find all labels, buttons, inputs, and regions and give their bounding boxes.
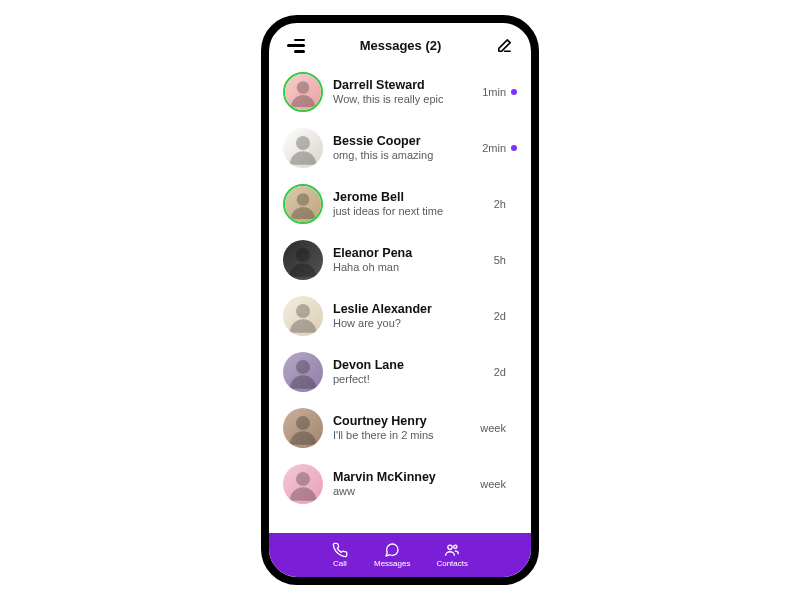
- conversation-info: Leslie AlexanderHow are you?: [333, 302, 484, 330]
- message-preview: omg, this is amazing: [333, 149, 472, 162]
- avatar: [283, 240, 323, 280]
- contact-name: Bessie Cooper: [333, 134, 472, 149]
- message-preview: Haha oh man: [333, 261, 484, 274]
- avatar-image: [285, 186, 321, 222]
- page-title: Messages (2): [360, 38, 442, 53]
- avatar: [283, 464, 323, 504]
- tab-call-label: Call: [333, 559, 347, 568]
- timestamp: week: [480, 478, 506, 490]
- conversation-meta: 2d: [494, 310, 517, 322]
- conversation-info: Bessie Cooperomg, this is amazing: [333, 134, 472, 162]
- svg-point-4: [296, 304, 310, 318]
- conversation-row[interactable]: Bessie Cooperomg, this is amazing2min: [283, 120, 517, 176]
- message-preview: I'll be there in 2 mins: [333, 429, 470, 442]
- conversation-meta: 1min: [482, 86, 517, 98]
- timestamp: week: [480, 422, 506, 434]
- avatar: [283, 408, 323, 448]
- tab-call[interactable]: Call: [332, 542, 348, 568]
- timestamp: 2min: [482, 142, 506, 154]
- unread-indicator: [511, 89, 517, 95]
- timestamp: 2d: [494, 366, 506, 378]
- tab-messages-label: Messages: [374, 559, 410, 568]
- svg-point-9: [454, 545, 457, 548]
- timestamp: 5h: [494, 254, 506, 266]
- phone-frame: Messages (2) Darrell StewardWow, this is…: [261, 15, 539, 585]
- tab-contacts[interactable]: Contacts: [436, 542, 468, 568]
- timestamp: 2h: [494, 198, 506, 210]
- avatar: [283, 352, 323, 392]
- message-preview: Wow, this is really epic: [333, 93, 472, 106]
- svg-point-3: [296, 248, 310, 262]
- tab-messages[interactable]: Messages: [374, 542, 410, 568]
- avatar: [283, 296, 323, 336]
- conversation-row[interactable]: Devon Laneperfect!2d: [283, 344, 517, 400]
- conversation-meta: 2h: [494, 198, 517, 210]
- svg-point-2: [297, 193, 310, 206]
- message-preview: just ideas for next time: [333, 205, 484, 218]
- conversation-row[interactable]: Darrell StewardWow, this is really epic1…: [283, 64, 517, 120]
- message-preview: perfect!: [333, 373, 484, 386]
- conversation-meta: week: [480, 478, 517, 490]
- conversation-row[interactable]: Eleanor PenaHaha oh man5h: [283, 232, 517, 288]
- conversation-info: Devon Laneperfect!: [333, 358, 484, 386]
- message-preview: How are you?: [333, 317, 484, 330]
- conversation-info: Marvin McKinneyaww: [333, 470, 470, 498]
- avatar: [283, 184, 323, 224]
- svg-point-8: [448, 545, 452, 549]
- svg-point-1: [296, 136, 310, 150]
- conversation-list: Darrell StewardWow, this is really epic1…: [269, 64, 531, 533]
- svg-point-7: [296, 472, 310, 486]
- contact-name: Leslie Alexander: [333, 302, 484, 317]
- conversation-info: Eleanor PenaHaha oh man: [333, 246, 484, 274]
- conversation-meta: 5h: [494, 254, 517, 266]
- conversation-row[interactable]: Leslie AlexanderHow are you?2d: [283, 288, 517, 344]
- tab-contacts-label: Contacts: [436, 559, 468, 568]
- avatar-image: [283, 408, 323, 448]
- timestamp: 1min: [482, 86, 506, 98]
- unread-indicator: [511, 145, 517, 151]
- menu-icon[interactable]: [287, 39, 305, 53]
- conversation-row[interactable]: Marvin McKinneyawwweek: [283, 456, 517, 512]
- avatar-image: [283, 464, 323, 504]
- conversation-meta: 2d: [494, 366, 517, 378]
- conversation-meta: 2min: [482, 142, 517, 154]
- avatar-image: [283, 128, 323, 168]
- svg-point-5: [296, 360, 310, 374]
- timestamp: 2d: [494, 310, 506, 322]
- contact-name: Darrell Steward: [333, 78, 472, 93]
- conversation-info: Courtney HenryI'll be there in 2 mins: [333, 414, 470, 442]
- avatar-image: [285, 74, 321, 110]
- message-preview: aww: [333, 485, 470, 498]
- compose-icon[interactable]: [496, 37, 513, 54]
- avatar-image: [283, 352, 323, 392]
- header: Messages (2): [269, 23, 531, 64]
- conversation-info: Jerome Belljust ideas for next time: [333, 190, 484, 218]
- contact-name: Eleanor Pena: [333, 246, 484, 261]
- conversation-meta: week: [480, 422, 517, 434]
- contact-name: Courtney Henry: [333, 414, 470, 429]
- avatar-image: [283, 296, 323, 336]
- conversation-row[interactable]: Courtney HenryI'll be there in 2 minswee…: [283, 400, 517, 456]
- svg-point-6: [296, 416, 310, 430]
- avatar: [283, 128, 323, 168]
- contact-name: Devon Lane: [333, 358, 484, 373]
- avatar-image: [283, 240, 323, 280]
- svg-point-0: [297, 81, 310, 94]
- contact-name: Marvin McKinney: [333, 470, 470, 485]
- contact-name: Jerome Bell: [333, 190, 484, 205]
- conversation-row[interactable]: Jerome Belljust ideas for next time2h: [283, 176, 517, 232]
- tab-bar: Call Messages Contacts: [269, 533, 531, 577]
- avatar: [283, 72, 323, 112]
- conversation-info: Darrell StewardWow, this is really epic: [333, 78, 472, 106]
